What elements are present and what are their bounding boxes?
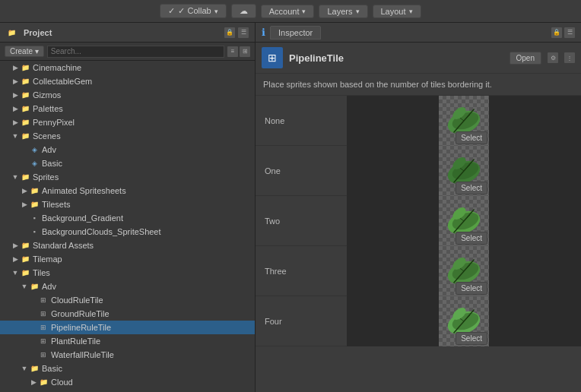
tree-arrow-icon: ▶ [11, 91, 20, 99]
inspector-menu-icon[interactable]: ☰ [564, 27, 575, 38]
tree-item[interactable]: ▪Background_Gradient [0, 211, 255, 225]
create-arrow-icon: ▾ [35, 47, 39, 55]
tree-arrow-icon: ▶ [20, 201, 29, 208]
select-button[interactable]: Select [456, 332, 487, 345]
account-button[interactable]: Account ▾ [261, 5, 315, 18]
cloud-button[interactable]: ☁ [231, 4, 256, 18]
tree-arrow-icon: ▶ [11, 64, 20, 71]
select-button[interactable]: Select [456, 182, 487, 194]
tree-item-icon: 📁 [20, 76, 30, 87]
inspector-tab[interactable]: Inspector [270, 26, 321, 40]
inspector-settings-icon[interactable]: ⚙ [548, 52, 558, 63]
tree-item-label: BackgroundClouds_SpriteSheet [42, 227, 161, 236]
tree-item-label: Tiles [33, 268, 50, 277]
tree-item[interactable]: ▶📁Palettes [0, 102, 255, 115]
view-toggle-icons: ≡ ⊞ [227, 46, 250, 57]
collab-button[interactable]: ✓ ✓ Collab ▾ [160, 4, 226, 18]
tree-item-label: Palettes [33, 104, 63, 113]
tree-item[interactable]: ▶📁Gizmos [0, 88, 255, 102]
tree-item-label: PipelineRuleTile [51, 323, 111, 332]
tree-item-icon: ⊞ [38, 322, 49, 333]
tree-item[interactable]: ▶📁Ground [0, 389, 255, 392]
project-panel-title: Project [24, 28, 52, 37]
inspector-title-bar: ⊞ PipelineTile Open ⚙ ⋮ [256, 43, 581, 74]
tree-item[interactable]: ▶📁Tilemap [0, 252, 255, 266]
layers-button[interactable]: Layers ▾ [319, 5, 367, 18]
tile-preview-area: Select [347, 146, 581, 196]
tree-item[interactable]: ▶📁CollectableGem [0, 74, 255, 88]
project-tree[interactable]: ▶📁Cinemachine▶📁CollectableGem▶📁Gizmos▶📁P… [0, 61, 255, 392]
tree-arrow-icon: ▶ [11, 119, 20, 126]
grid-view-icon[interactable]: ⊞ [240, 46, 250, 57]
tile-preview-container: Select [439, 246, 489, 296]
select-button[interactable]: Select [456, 282, 487, 295]
tree-item[interactable]: ▶📁Animated Spritesheets [0, 184, 255, 198]
tile-row: None Select [256, 96, 581, 146]
panel-header-icons: 🔒 ☰ [224, 27, 249, 38]
tree-item-label: Tilesets [42, 200, 71, 209]
tree-item[interactable]: ▶📁Cloud [0, 375, 255, 389]
inspector-more-icon[interactable]: ⋮ [564, 52, 575, 63]
collab-check-icon: ✓ [168, 6, 175, 16]
list-view-icon[interactable]: ≡ [227, 46, 238, 57]
tree-item[interactable]: ⊞GroundRuleTile [0, 307, 255, 321]
layout-button[interactable]: Layout ▾ [373, 5, 421, 18]
tree-item[interactable]: ▼📁Tiles [0, 266, 255, 280]
tree-item-icon: 📁 [29, 185, 40, 196]
inspector-panel: ℹ Inspector 🔒 ☰ ⊞ PipelineTile Open ⚙ ⋮ [256, 23, 581, 392]
layers-arrow-icon: ▾ [356, 8, 360, 15]
tree-item[interactable]: ◈Basic [0, 156, 255, 170]
search-input[interactable] [47, 46, 224, 58]
tree-item-icon: ⊞ [38, 336, 49, 346]
tree-item-icon: 📁 [20, 131, 30, 141]
tree-item-icon: ▪ [29, 226, 40, 237]
inspector-content: ⊞ PipelineTile Open ⚙ ⋮ Place sprites sh… [256, 43, 581, 392]
tree-item[interactable]: ⊞WaterfallRuleTile [0, 348, 255, 362]
tree-item[interactable]: ◈Adv [0, 143, 255, 156]
tree-item-label: Sprites [33, 172, 59, 182]
open-button[interactable]: Open [510, 52, 541, 65]
inspector-header: ℹ Inspector 🔒 ☰ [256, 23, 581, 43]
tree-item[interactable]: ⊞PlantRuleTile [0, 334, 255, 348]
tree-item-icon: 📁 [20, 103, 30, 114]
tree-item-icon: 📁 [38, 377, 49, 387]
panel-menu-icon[interactable]: ☰ [238, 27, 249, 38]
tree-arrow-icon: ▼ [11, 173, 20, 181]
tree-item[interactable]: ▼📁Sprites [0, 170, 255, 184]
layout-label: Layout [381, 7, 406, 16]
tree-item[interactable]: ▶📁Standard Assets [0, 239, 255, 252]
tree-item[interactable]: ▶📁Tilesets [0, 198, 255, 211]
tree-item[interactable]: ▪BackgroundClouds_SpriteSheet [0, 225, 255, 239]
tile-row: Two Select [256, 196, 581, 246]
tile-row-label: Three [256, 267, 347, 276]
tree-item[interactable]: ▼📁Basic [0, 362, 255, 375]
tree-item-icon: 📁 [20, 240, 30, 251]
tree-item[interactable]: ⊞CloudRuleTile [0, 293, 255, 307]
tree-item-icon: ▪ [29, 213, 40, 223]
lock-icon[interactable]: 🔒 [224, 27, 235, 38]
tile-preview-area: Select [347, 96, 581, 146]
project-panel: 📁 Project 🔒 ☰ Create ▾ ≡ ⊞ ▶📁Cinemachine… [0, 23, 256, 392]
tree-item[interactable]: ▶📁PennyPixel [0, 115, 255, 129]
tree-item-label: PlantRuleTile [51, 337, 100, 346]
select-button[interactable]: Select [456, 232, 487, 245]
tree-item-label: PennyPixel [33, 118, 75, 127]
tree-arrow-icon: ▶ [11, 242, 20, 249]
inspector-lock-icon[interactable]: 🔒 [551, 27, 562, 38]
create-button[interactable]: Create ▾ [5, 46, 44, 57]
tree-item-label: CloudRuleTile [51, 296, 103, 305]
cloud-icon: ☁ [240, 6, 248, 16]
tile-row-label: Two [256, 217, 347, 226]
tile-row-label: None [256, 116, 347, 125]
tree-item[interactable]: ▼📁Scenes [0, 129, 255, 143]
select-button[interactable]: Select [456, 131, 487, 144]
folder-icon: 📁 [6, 27, 17, 38]
tree-item[interactable]: ▶📁Cinemachine [0, 61, 255, 74]
tile-preview-area: Select [347, 196, 581, 246]
tree-arrow-icon: ▶ [11, 105, 20, 112]
tile-preview-container: Select [439, 196, 489, 246]
tree-item[interactable]: ⊞PipelineRuleTile [0, 321, 255, 334]
tree-item-label: GroundRuleTile [51, 309, 110, 318]
tree-item[interactable]: ▼📁Adv [0, 280, 255, 293]
tree-item-icon: ⊞ [38, 308, 49, 319]
